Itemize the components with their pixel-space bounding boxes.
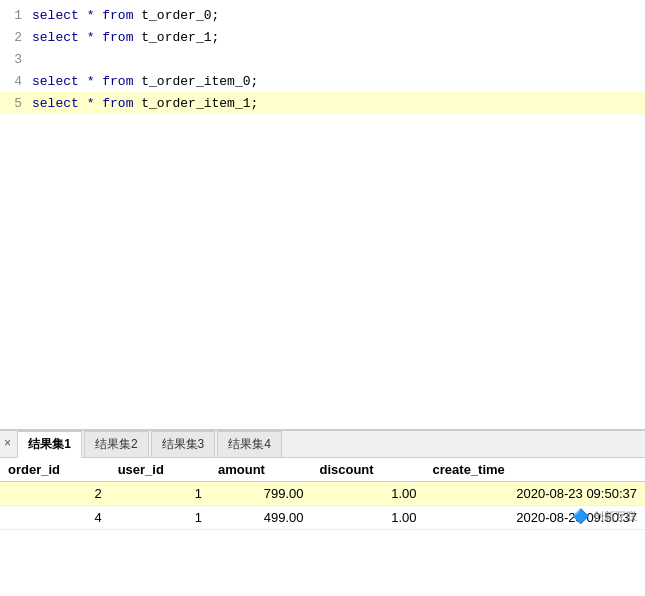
results-area: order_iduser_idamountdiscountcreate_time… (0, 458, 645, 530)
cell-order_id: 2 (0, 482, 110, 506)
cell-discount: 1.00 (311, 506, 424, 530)
table-row: 41499.001.002020-08-23 09:50:37 (0, 506, 645, 530)
code-line: 3 (0, 48, 645, 70)
watermark: 🔷 创新互联 (572, 508, 637, 524)
col-create_time: create_time (425, 458, 645, 482)
code-line: 1select * from t_order_0; (0, 4, 645, 26)
table-row: 21799.001.002020-08-23 09:50:37 (0, 482, 645, 506)
cell-discount: 1.00 (311, 482, 424, 506)
cell-create_time: 2020-08-23 09:50:37 (425, 482, 645, 506)
line-number: 3 (4, 52, 22, 67)
tab-4[interactable]: 结果集4 (217, 431, 282, 458)
code-text: select * from t_order_0; (32, 8, 219, 23)
close-icon[interactable]: × (4, 437, 11, 451)
code-text: select * from t_order_item_0; (32, 74, 258, 89)
results-table: order_iduser_idamountdiscountcreate_time… (0, 458, 645, 530)
code-line: 5select * from t_order_item_1; (0, 92, 645, 114)
line-number: 4 (4, 74, 22, 89)
line-number: 1 (4, 8, 22, 23)
col-order_id: order_id (0, 458, 110, 482)
editor-area[interactable]: 1select * from t_order_0;2select * from … (0, 0, 645, 430)
col-discount: discount (311, 458, 424, 482)
code-text: select * from t_order_item_1; (32, 96, 258, 111)
tab-2[interactable]: 结果集2 (84, 431, 149, 458)
cell-amount: 799.00 (210, 482, 311, 506)
line-number: 2 (4, 30, 22, 45)
col-amount: amount (210, 458, 311, 482)
code-line: 4select * from t_order_item_0; (0, 70, 645, 92)
cell-order_id: 4 (0, 506, 110, 530)
code-line: 2select * from t_order_1; (0, 26, 645, 48)
bottom-container: order_iduser_idamountdiscountcreate_time… (0, 458, 645, 530)
col-user_id: user_id (110, 458, 210, 482)
watermark-icon: 🔷 (572, 508, 589, 524)
cell-amount: 499.00 (210, 506, 311, 530)
tab-3[interactable]: 结果集3 (151, 431, 216, 458)
tab-1[interactable]: 结果集1 (17, 431, 82, 458)
table-body: 21799.001.002020-08-23 09:50:3741499.001… (0, 482, 645, 530)
tabs-bar: × 结果集1结果集2结果集3结果集4 (0, 430, 645, 458)
line-number: 5 (4, 96, 22, 111)
cell-user_id: 1 (110, 482, 210, 506)
cell-user_id: 1 (110, 506, 210, 530)
watermark-text: 创新互联 (593, 509, 637, 524)
code-text: select * from t_order_1; (32, 30, 219, 45)
table-header: order_iduser_idamountdiscountcreate_time (0, 458, 645, 482)
